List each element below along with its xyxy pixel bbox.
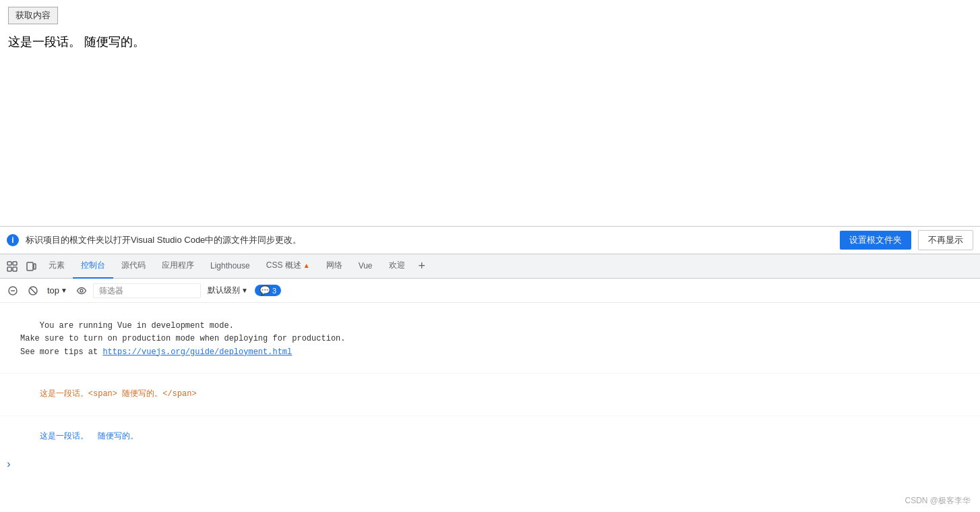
clear-console-button[interactable] (4, 282, 22, 300)
tab-lighthouse[interactable]: Lighthouse (202, 254, 258, 279)
tab-application[interactable]: 应用程序 (154, 254, 202, 279)
svg-rect-2 (7, 267, 11, 271)
add-tab-button[interactable]: + (413, 255, 431, 277)
get-content-button[interactable]: 获取内容 (8, 7, 58, 24)
css-overview-icon: ▲ (303, 262, 310, 269)
chat-icon: 💬 (259, 285, 270, 295)
device-toolbar-icon[interactable] (22, 257, 40, 276)
no-show-button[interactable]: 不再显示 (918, 230, 973, 250)
console-line-text: 这是一段话。 随便写的。 (0, 416, 980, 458)
tab-sources[interactable]: 源代码 (113, 254, 154, 279)
svg-point-10 (80, 289, 83, 292)
tab-welcome[interactable]: 欢迎 (381, 254, 413, 279)
info-bar: i 标识项目的根文件夹以打开Visual Studio Code中的源文件并同步… (0, 226, 980, 254)
level-dropdown-icon: ▼ (241, 287, 248, 294)
console-prompt[interactable]: › (0, 457, 980, 472)
console-line-html: 这是一段话。<span> 随便写的。</span> (0, 374, 980, 416)
svg-rect-4 (27, 262, 33, 271)
prompt-chevron: › (5, 459, 12, 471)
info-bar-text: 标识项目的根文件夹以打开Visual Studio Code中的源文件并同步更改… (26, 234, 833, 246)
page-main-text: 这是一段话。 随便写的。 (8, 34, 972, 50)
devtools-tabs-bar: 元素 控制台 源代码 应用程序 Lighthouse CSS 概述 ▲ 网络 V… (0, 254, 980, 279)
context-dropdown-icon: ▼ (61, 287, 67, 294)
message-count-badge[interactable]: 💬 3 (255, 285, 281, 296)
svg-rect-0 (7, 262, 11, 265)
svg-rect-3 (13, 267, 17, 271)
vue-deployment-link[interactable]: https://vuejs.org/guide/deployment.html (102, 347, 292, 357)
set-root-button[interactable]: 设置根文件夹 (840, 231, 911, 250)
svg-rect-1 (13, 262, 17, 265)
tab-vue[interactable]: Vue (350, 254, 381, 279)
console-output: You are running Vue in development mode.… (0, 303, 980, 512)
svg-rect-5 (34, 264, 36, 269)
watermark: CSDN @极客李华 (905, 495, 971, 507)
tab-network[interactable]: 网络 (318, 254, 350, 279)
tab-elements[interactable]: 元素 (40, 254, 73, 279)
message-count: 3 (272, 287, 276, 295)
log-level-selector[interactable]: 默认级别 ▼ (204, 283, 252, 297)
block-icon[interactable] (24, 282, 42, 300)
page-content: 获取内容 这是一段话。 随便写的。 (0, 0, 980, 226)
svg-line-9 (30, 287, 36, 293)
info-icon: i (7, 234, 19, 246)
eye-icon[interactable] (73, 282, 90, 300)
filter-input[interactable] (93, 283, 201, 298)
context-label: top (47, 285, 59, 295)
inspect-element-icon[interactable] (3, 257, 22, 276)
tab-css-overview[interactable]: CSS 概述 ▲ (258, 254, 318, 279)
context-selector[interactable]: top ▼ (44, 284, 70, 297)
console-toolbar: top ▼ 默认级别 ▼ 💬 3 (0, 279, 980, 303)
level-label: 默认级别 (208, 285, 240, 296)
tab-console[interactable]: 控制台 (73, 254, 113, 279)
console-line-vue-warning: You are running Vue in development mode.… (0, 306, 980, 374)
